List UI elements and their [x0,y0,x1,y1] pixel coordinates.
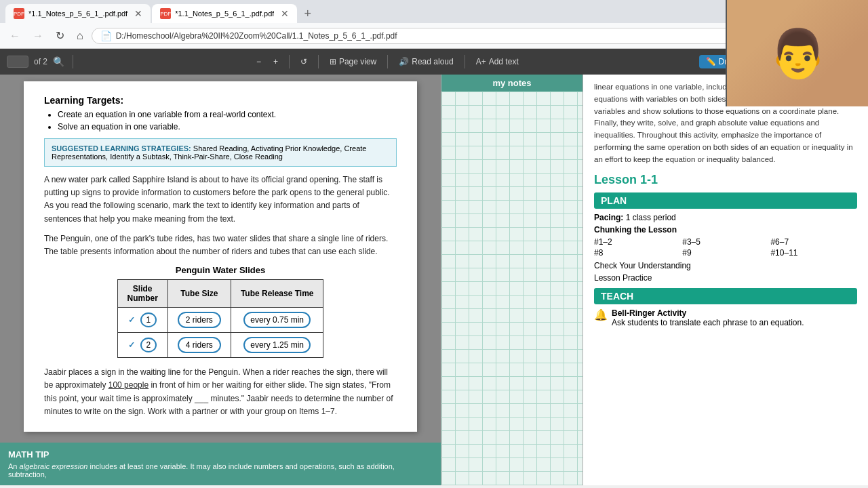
lesson-label: Lesson 1-1 [594,173,857,187]
tab-2-close[interactable]: ✕ [281,8,289,19]
underline-100: 100 people [108,380,149,390]
separator-2 [289,55,290,68]
tab-1-label: *1.1_Notes_p_5_6_1_.pdf.pdf [28,9,127,18]
zoom-in-button[interactable]: + [269,55,282,68]
pdf-icon-1: PDF [14,8,24,19]
bell-icon: 🔔 [594,308,608,321]
tube-2: 4 riders [167,333,231,358]
suggested-label: SUGGESTED LEARNING STRATEGIES: [52,144,191,152]
release-1: every 0.75 min [231,308,323,333]
search-pdf-icon[interactable]: 🔍 [53,56,64,67]
circle-1: 1 [140,312,157,327]
lesson-practice: Lesson Practice [594,272,857,283]
pdf-toolbar-left: 1 of 2 🔍 [7,56,64,68]
tab-bar: PDF *1.1_Notes_p_5_6_1_.pdf.pdf ✕ PDF *1… [0,0,868,23]
chunk-1: #1–2 [594,237,671,247]
chunking-label: Chunking the Lesson [594,225,857,235]
refresh-button[interactable]: ↻ [52,28,68,43]
check-understanding-label: Check Your Understanding [594,261,691,270]
suggested-box: SUGGESTED LEARNING STRATEGIES: Shared Re… [44,138,397,167]
pdf-page: Learning Targets: Create an equation in … [24,81,417,432]
bullet-2: Solve an equation in one variable. [58,122,397,131]
math-tip: MATH TIP An algebraic expression An alge… [0,443,441,485]
penguin-intro: The Penguin, one of the park's tube ride… [44,232,397,258]
chunk-6: #10–11 [770,248,857,258]
slide-1: ✓ 1 [117,308,167,333]
release-box-1: every 0.75 min [243,312,311,328]
algebraic-expression-italic: algebraic expression [20,462,88,470]
back-button[interactable]: ← [5,28,24,43]
table-header-row: SlideNumber Tube Size Tube Release Time [117,280,323,308]
plan-header: PLAN [594,192,857,209]
table-row: ✓ 1 2 riders every 0.75 min [117,308,323,333]
rotate-button[interactable]: ↺ [296,55,311,68]
pdf-content-area[interactable]: Learning Targets: Create an equation in … [0,75,441,443]
check-2: ✓ [128,340,135,350]
chunk-2: #3–5 [682,237,760,247]
lesson-practice-label: Lesson Practice [594,273,652,283]
data-table: SlideNumber Tube Size Tube Release Time … [117,279,324,358]
chunk-4: #8 [594,248,671,258]
circle-2: 2 [140,338,157,352]
webcam-video: 👨 [727,0,868,106]
file-icon: 📄 [100,30,112,41]
total-pages: of 2 [34,57,47,66]
check-understanding: Check Your Understanding [594,260,857,270]
bell-ringer-text: Ask students to translate each phrase to… [612,318,804,327]
pacing: Pacing: 1 class period [594,213,857,222]
main-content: Learning Targets: Create an equation in … [0,75,868,485]
tab-2[interactable]: PDF *1.1_Notes_p_5_6_1_.pdf.pdf ✕ [152,4,297,23]
pdf-toolbar-center: − + ↺ ⊞ Page view 🔊 Read aloud A+ Add te… [81,55,694,68]
slide-2: ✓ 2 [117,333,167,358]
pdf-icon-2: PDF [160,8,171,19]
chunk-5: #9 [682,248,760,258]
table-title: Penguin Water Slides [44,265,397,275]
bell-ringer-label: Bell-Ringer Activity [612,308,686,318]
webcam: 👨 [726,0,868,106]
separator-4 [387,55,388,68]
tab-1[interactable]: PDF *1.1_Notes_p_5_6_1_.pdf.pdf ✕ [5,4,151,23]
address-bar[interactable]: 📄 D:/Homeschool/Algebra%20II%20Zoom%20Ca… [92,28,822,44]
pdf-panel[interactable]: Learning Targets: Create an equation in … [0,75,441,485]
pacing-label: Pacing: [594,213,623,222]
teach-header: TEACH [594,288,857,304]
forward-button[interactable]: → [28,28,47,43]
separator-3 [318,55,319,68]
col-release: Tube Release Time [231,280,323,308]
learning-targets: Learning Targets: Create an equation in … [44,95,397,131]
pdf-content-wrapper: Learning Targets: Create an equation in … [0,75,441,485]
bell-ringer: 🔔 Bell-Ringer Activity Ask students to t… [594,308,857,327]
zoom-out-button[interactable]: − [252,55,265,68]
release-2: every 1.25 min [231,333,323,358]
read-aloud-button[interactable]: 🔊 Read aloud [395,55,457,68]
bell-ringer-content: Bell-Ringer Activity Ask students to tra… [612,308,804,327]
math-tip-title: MATH TIP [8,449,433,460]
chunk-3: #6–7 [770,237,857,247]
tube-box-2: 4 riders [178,337,221,353]
table-row: ✓ 2 4 riders every 1.25 min [117,333,323,358]
jaabir-text: Jaabir places a sign in the waiting line… [44,366,397,418]
graph-paper [441,92,583,485]
separator-5 [465,55,465,68]
tab-2-label: *1.1_Notes_p_5_6_1_.pdf.pdf [175,9,274,18]
col-slide: SlideNumber [117,280,167,308]
add-text-button[interactable]: A+ Add text [472,55,523,68]
tube-box-1: 2 riders [178,312,221,328]
release-box-2: every 1.25 min [243,337,311,353]
learning-targets-title: Learning Targets: [44,95,397,106]
bullet-1: Create an equation in one variable from … [58,110,397,119]
chunk-grid: #1–2 #3–5 #6–7 #8 #9 #10–11 [594,237,857,258]
scenario-text: A new water park called Sapphire Island … [44,174,397,226]
new-tab-button[interactable]: + [298,5,317,22]
tube-1: 2 riders [167,308,231,333]
col-tube: Tube Size [167,280,231,308]
separator-1 [73,55,73,68]
page-number-input[interactable]: 1 [7,56,28,68]
home-button[interactable]: ⌂ [73,28,87,43]
check-1: ✓ [128,315,135,325]
address-text: D:/Homeschool/Algebra%20II%20Zoom%20Call… [116,31,397,41]
page-view-button[interactable]: ⊞ Page view [326,55,380,68]
right-panel[interactable]: linear equations in one variable, includ… [583,75,868,485]
math-tip-text: An algebraic expression An algebraic exp… [8,462,433,479]
tab-1-close[interactable]: ✕ [134,8,142,19]
